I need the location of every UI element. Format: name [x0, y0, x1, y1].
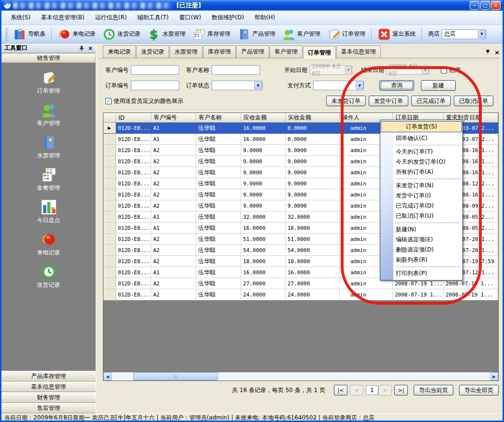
sidebar-group-bar[interactable]: 财务管理 — [1, 392, 96, 403]
row-selector[interactable] — [103, 223, 116, 234]
shop-select[interactable]: 总店 ▼ — [442, 29, 486, 39]
table-row[interactable]: 012D-E8... A2 伍华聪 24.0000 24.0000 admin … — [103, 289, 498, 300]
row-selector[interactable] — [103, 200, 116, 211]
menu-item[interactable]: 窗口(W) — [175, 12, 205, 23]
toolbar-calls-button[interactable]: 来电记录 — [54, 27, 99, 42]
query-button[interactable]: 查询 — [379, 80, 414, 91]
row-selector[interactable] — [103, 267, 116, 278]
tab-dropdown-icon[interactable]: ▼ — [486, 49, 490, 56]
context-menu-item[interactable]: 编辑选定项(E) — [380, 235, 462, 245]
row-selector[interactable] — [103, 189, 116, 200]
scroll-right-icon[interactable]: ▶ — [490, 372, 498, 380]
row-selector[interactable] — [103, 145, 116, 156]
context-menu-item[interactable]: 今天的发货订单(O) — [380, 157, 462, 167]
color-checkbox[interactable]: ✓ — [105, 98, 112, 104]
toolbar-tickets-button[interactable]: $ 水票管理 — [144, 27, 189, 42]
context-menu-item[interactable] — [380, 177, 462, 181]
tab[interactable]: 产品管理 — [236, 45, 269, 58]
context-menu-item[interactable]: 未发货订单(N) — [380, 181, 462, 191]
pin-icon[interactable] — [79, 45, 84, 51]
order-status-select[interactable]: ▼ — [212, 81, 262, 90]
toolbar-delivery-button[interactable]: 送货记录 — [99, 27, 144, 42]
tab[interactable]: 基本信息管理 — [336, 45, 381, 58]
context-menu-item[interactable] — [380, 265, 462, 268]
sidebar-item-tickets[interactable]: 水票管理 — [37, 134, 60, 160]
tab[interactable]: 水票管理 — [170, 45, 202, 58]
tab[interactable]: 送货记录 — [136, 45, 169, 58]
tab-close-icon[interactable]: × — [494, 49, 500, 56]
sidebar-item-delivery[interactable]: 送货记录 — [37, 264, 60, 289]
export-all-pages-button[interactable]: 导出全部页 — [459, 385, 499, 395]
menu-item[interactable]: 辅助工具(T) — [133, 12, 173, 23]
menu-item[interactable]: 运行信息(R) — [91, 12, 131, 23]
toolbar-products-button[interactable]: 产品管理 — [234, 27, 279, 42]
order-status-filter-button[interactable]: 已完成订单 — [411, 96, 451, 106]
sidebar-item-daily-stock[interactable]: 今日盘点 — [37, 199, 60, 225]
context-menu-item[interactable]: 刷新列表(R) — [380, 255, 462, 265]
enable-checkbox[interactable] — [441, 67, 447, 73]
maximize-button[interactable]: □ — [480, 1, 490, 10]
customer-name-input[interactable] — [212, 65, 260, 75]
column-header-customer-no[interactable]: 客户编号 — [151, 113, 196, 123]
pay-method-select[interactable]: ▼ — [313, 81, 364, 90]
menu-item[interactable]: 基本信息管理(B) — [37, 12, 89, 23]
sidebar-item-orders[interactable]: 订单管理 — [37, 70, 60, 95]
page-number-input[interactable]: 1 — [366, 385, 378, 395]
order-status-filter-button[interactable]: 发货中订单 — [369, 96, 408, 106]
minimize-button[interactable]: ─ — [470, 1, 479, 10]
toolbar-orders-button[interactable]: 订单管理 — [324, 27, 369, 42]
scroll-left-icon[interactable]: ◀ — [103, 372, 112, 380]
start-date-picker[interactable]: 2009年 6月 8日 ▼ — [310, 65, 352, 75]
toolbar-grip[interactable] — [5, 28, 8, 41]
context-menu-item[interactable]: 新建(N) — [380, 225, 462, 235]
sidebar-item-packages[interactable]: 套餐管理 — [37, 167, 60, 192]
row-selector[interactable] — [103, 167, 116, 178]
last-page-button[interactable]: >| — [394, 385, 408, 395]
context-menu-item[interactable]: 今天的订单(T) — [380, 147, 462, 157]
row-selector[interactable] — [103, 256, 116, 267]
toolbar-customers-button[interactable]: 客户管理 — [279, 27, 324, 42]
tab[interactable]: 库存管理 — [203, 45, 236, 58]
column-header-id[interactable]: ID — [116, 113, 151, 123]
context-menu-item[interactable] — [380, 143, 462, 147]
row-selector[interactable] — [103, 211, 116, 223]
first-page-button[interactable]: |< — [334, 385, 347, 395]
chevron-down-icon[interactable]: ▼ — [478, 30, 486, 38]
column-header-customer-name[interactable]: 客户名称 — [196, 113, 241, 123]
order-status-filter-button[interactable]: 已取消订单 — [454, 96, 493, 106]
sidebar-group-bar[interactable]: 基本信息管理 — [1, 381, 96, 392]
menu-item[interactable]: 数据维护(D) — [207, 12, 248, 23]
context-menu-item[interactable]: 回单确认(C) — [380, 133, 462, 143]
row-selector[interactable] — [103, 123, 116, 134]
chevron-down-icon[interactable]: ▼ — [254, 82, 262, 89]
new-button[interactable]: 新建 — [421, 80, 456, 91]
column-header-received[interactable]: 实收金额 — [286, 113, 340, 123]
context-menu-item[interactable]: 所有的订单(A) — [380, 167, 462, 177]
end-date-picker[interactable]: 2009年 6月 8日 ▼ — [387, 65, 429, 75]
export-current-page-button[interactable]: 导出当前页 — [414, 385, 453, 395]
context-menu-item[interactable]: 发货中订单(I) — [380, 191, 462, 201]
row-selector[interactable] — [103, 156, 116, 167]
context-menu-item[interactable]: 删除选定项(D) — [380, 245, 462, 255]
order-status-filter-button[interactable]: 未发货订单 — [326, 96, 366, 106]
customer-no-input[interactable] — [131, 65, 179, 75]
prev-page-button[interactable]: < — [350, 385, 363, 395]
context-menu-item[interactable]: 已取消订单(U) — [380, 211, 462, 221]
sidebar-item-calls[interactable]: 来电记录 — [37, 231, 60, 257]
tab[interactable]: 来电记录 — [103, 45, 136, 58]
context-menu-item[interactable]: 已完成订单(D) — [380, 201, 462, 211]
context-menu-item[interactable] — [380, 221, 462, 225]
context-menu-item[interactable]: 打印列表(P) — [380, 268, 462, 279]
row-selector[interactable] — [103, 178, 116, 189]
tool-window-close-icon[interactable]: × — [88, 45, 93, 52]
row-selector[interactable] — [103, 278, 116, 289]
chevron-down-icon[interactable]: ▼ — [356, 82, 363, 89]
toolbar-navigator-button[interactable]: 导航条 — [10, 27, 49, 42]
row-selector[interactable] — [103, 289, 116, 300]
menu-item[interactable]: 帮助(H) — [250, 12, 279, 23]
row-selector[interactable] — [103, 134, 116, 145]
order-no-input[interactable] — [131, 81, 179, 90]
column-header-receivable[interactable]: 应收金额 — [241, 113, 286, 123]
horizontal-scrollbar[interactable]: ◀ ▶ — [103, 372, 498, 380]
sidebar-group-bar[interactable]: 售后管理 — [1, 403, 96, 413]
